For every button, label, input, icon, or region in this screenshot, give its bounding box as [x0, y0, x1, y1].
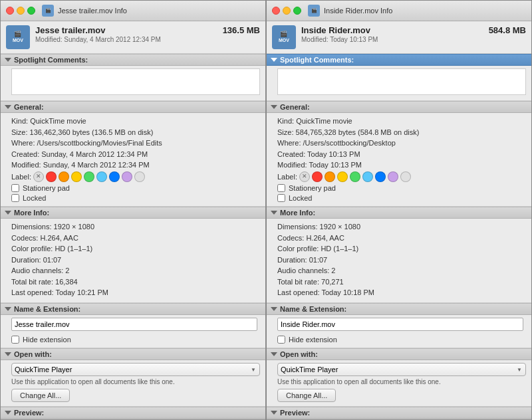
section-preview-2: Preview:: [267, 407, 531, 419]
section-header-preview-2[interactable]: Preview:: [267, 407, 531, 419]
locked-checkbox-1[interactable]: [11, 194, 19, 202]
minimize-button-1[interactable]: [17, 7, 25, 15]
created-row-2: Created: Today 10:13 PM: [277, 149, 526, 160]
section-title-preview-1: Preview:: [14, 409, 44, 417]
change-all-button-2[interactable]: Change All...: [277, 389, 336, 402]
section-header-moreinfo-1[interactable]: More Info:: [1, 207, 265, 219]
label-green-1[interactable]: [84, 171, 94, 182]
openwith-note-1: Use this application to open all documen…: [11, 378, 260, 385]
filename-input-2[interactable]: [277, 318, 523, 331]
duration-row-1: Duration: 01:07: [11, 255, 260, 266]
spotlight-textarea-1[interactable]: [11, 68, 260, 95]
triangle-icon-general-1: [5, 105, 11, 109]
title-bar-1: 🎬 Jesse trailer.mov Info: [1, 1, 265, 21]
filename-input-1[interactable]: [11, 318, 257, 331]
label-yellow-1[interactable]: [71, 171, 82, 182]
label-blue-2[interactable]: [375, 171, 386, 182]
section-content-moreinfo-2: Dimensions: 1920 × 1080 Codecs: H.264, A…: [267, 219, 531, 302]
triangle-icon-nameext-1: [5, 307, 11, 311]
section-header-nameext-2[interactable]: Name & Extension:: [267, 303, 531, 315]
label-blue-1[interactable]: [96, 171, 107, 182]
label-red-1[interactable]: [46, 171, 57, 182]
label-green-2[interactable]: [350, 171, 360, 182]
section-title-spotlight-1: Spotlight Comments:: [14, 56, 88, 64]
stationery-label-1: Stationery pad: [23, 184, 70, 192]
file-type-label-2: MOV: [279, 38, 289, 43]
close-button-1[interactable]: [6, 7, 14, 15]
section-header-moreinfo-2[interactable]: More Info:: [267, 207, 531, 219]
hideext-checkbox-1[interactable]: [11, 336, 19, 344]
section-title-openwith-2: Open with:: [280, 350, 318, 358]
label-yellow-2[interactable]: [337, 171, 348, 182]
minimize-button-2[interactable]: [283, 7, 291, 15]
app-select-1[interactable]: QuickTime Player: [11, 363, 260, 376]
app-select-2[interactable]: QuickTime Player: [277, 363, 526, 376]
triangle-icon-moreinfo-2: [271, 211, 277, 215]
where-row-2: Where: /Users/scottbocking/Desktop: [277, 138, 526, 149]
label-gray-1[interactable]: [134, 171, 145, 182]
duration-row-2: Duration: 01:07: [277, 255, 526, 266]
window-icon-2: 🎬: [308, 5, 320, 17]
label-orange-2[interactable]: [325, 171, 335, 182]
section-header-openwith-2[interactable]: Open with:: [267, 348, 531, 360]
file-name-2: Inside Rider.mov: [301, 25, 489, 35]
locked-checkbox-2[interactable]: [277, 194, 285, 202]
label-red-2[interactable]: [312, 171, 323, 182]
section-header-preview-1[interactable]: Preview:: [1, 407, 265, 419]
app-select-wrapper-2: QuickTime Player: [277, 363, 526, 376]
maximize-button-1[interactable]: [27, 7, 35, 15]
section-header-spotlight-1[interactable]: Spotlight Comments:: [1, 54, 265, 66]
close-button-2[interactable]: [272, 7, 280, 15]
section-spotlight-2: Spotlight Comments:: [267, 54, 531, 101]
label-lightblue-2[interactable]: [362, 171, 373, 182]
section-content-general-2: Kind: QuickTime movie Size: 584,765,328 …: [267, 113, 531, 206]
section-title-moreinfo-1: More Info:: [14, 209, 49, 217]
kind-row-1: Kind: QuickTime movie: [11, 116, 260, 127]
label-text-1: Label:: [11, 171, 31, 183]
label-orange-1[interactable]: [59, 171, 69, 182]
created-row-1: Created: Sunday, 4 March 2012 12:34 PM: [11, 149, 260, 160]
spotlight-textarea-2[interactable]: [277, 68, 526, 95]
traffic-lights-1: [6, 7, 35, 15]
section-title-nameext-1: Name & Extension:: [14, 305, 80, 313]
label-x-1[interactable]: ✕: [33, 171, 44, 182]
section-openwith-2: Open with: QuickTime Player Use this app…: [267, 348, 531, 407]
section-title-nameext-2: Name & Extension:: [280, 305, 346, 313]
stationery-checkbox-2[interactable]: [277, 184, 285, 192]
scroll-area-1[interactable]: Spotlight Comments: General: Kind: Quick…: [1, 54, 265, 419]
hideext-checkbox-2[interactable]: [277, 336, 285, 344]
label-purple-2[interactable]: [388, 171, 398, 182]
triangle-icon-general-2: [271, 105, 277, 109]
hideext-label-1: Hide extension: [23, 336, 71, 344]
section-header-openwith-1[interactable]: Open with:: [1, 348, 265, 360]
change-all-button-1[interactable]: Change All...: [11, 389, 70, 402]
traffic-lights-2: [272, 7, 301, 15]
label-darkblue-1[interactable]: [109, 171, 120, 182]
file-size-1: 136.5 MB: [223, 25, 260, 35]
section-moreinfo-1: More Info: Dimensions: 1920 × 1080 Codec…: [1, 207, 265, 303]
lastopened-row-1: Last opened: Today 10:21 PM: [11, 287, 260, 298]
section-content-openwith-1: QuickTime Player Use this application to…: [1, 360, 265, 406]
section-header-nameext-1[interactable]: Name & Extension:: [1, 303, 265, 315]
section-openwith-1: Open with: QuickTime Player Use this app…: [1, 348, 265, 407]
section-title-moreinfo-2: More Info:: [280, 209, 315, 217]
stationery-checkbox-1[interactable]: [11, 184, 19, 192]
section-content-moreinfo-1: Dimensions: 1920 × 1080 Codecs: H.264, A…: [1, 219, 265, 302]
section-header-general-1[interactable]: General:: [1, 101, 265, 113]
section-header-general-2[interactable]: General:: [267, 101, 531, 113]
window-title-2: Inside Rider.mov Info: [324, 7, 392, 15]
section-title-openwith-1: Open with:: [14, 350, 52, 358]
section-title-spotlight-2: Spotlight Comments:: [280, 56, 354, 64]
hideext-row-1: Hide extension: [11, 336, 260, 344]
label-x-2[interactable]: ✕: [299, 171, 310, 182]
label-purple-1[interactable]: [122, 171, 132, 182]
scroll-area-2[interactable]: Spotlight Comments: General: Kind: Quick…: [267, 54, 531, 419]
section-content-general-1: Kind: QuickTime movie Size: 136,462,360 …: [1, 113, 265, 206]
locked-row-2: Locked: [277, 194, 526, 202]
bitrate-row-1: Total bit rate: 16,384: [11, 276, 260, 288]
label-gray-2[interactable]: [400, 171, 411, 182]
maximize-button-2[interactable]: [293, 7, 301, 15]
file-modified-2: Modified: Today 10:13 PM: [301, 36, 489, 43]
hideext-label-2: Hide extension: [289, 336, 337, 344]
section-header-spotlight-2[interactable]: Spotlight Comments:: [267, 54, 531, 66]
